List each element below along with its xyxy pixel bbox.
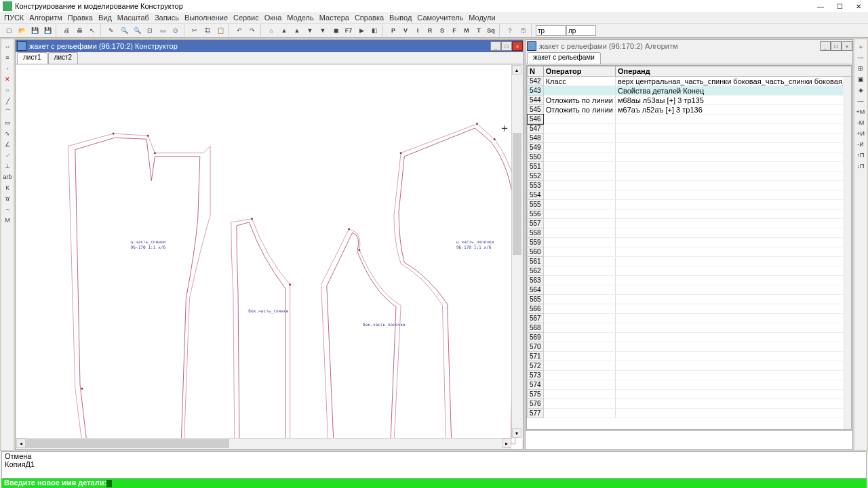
cursor-icon[interactable]: ↖ [86, 24, 98, 37]
context-help-icon[interactable]: ⍰ [517, 24, 529, 37]
algorithm-table[interactable]: N Оператор Операнд 542Классверх централь… [527, 66, 852, 418]
toolbar-letter-button[interactable]: S [436, 24, 448, 37]
node-icon[interactable]: ◈ [856, 85, 865, 95]
save-alt-icon[interactable]: 💾 [41, 24, 54, 37]
table-row[interactable]: 567 [528, 314, 852, 323]
table-row[interactable]: 568 [528, 323, 852, 333]
command-prompt[interactable]: Введите новое имя детали: [1, 479, 867, 488]
print-icon[interactable]: 🖨 [60, 24, 73, 37]
scroll-left-icon[interactable]: ◂ [16, 439, 26, 448]
save-icon[interactable]: 💾 [28, 24, 41, 37]
toolbar-letter-button[interactable]: Sq [485, 24, 497, 37]
sheet-tab-2[interactable]: лист2 [48, 52, 79, 64]
menu-item[interactable]: Самоучитель [417, 14, 463, 22]
a-tool[interactable]: 'а' [3, 194, 12, 203]
menu-item[interactable]: Окна [264, 14, 282, 22]
nav-end-icon[interactable]: ◼ [330, 24, 342, 37]
nav-up-icon[interactable]: ⌂ [265, 24, 277, 37]
cut-icon[interactable]: ✂ [189, 24, 201, 37]
col-header-operand[interactable]: Операнд [615, 66, 852, 77]
menu-item[interactable]: Модули [469, 14, 495, 22]
toolbar-letter-button[interactable]: F [448, 24, 460, 37]
table-row[interactable]: 566 [528, 304, 852, 314]
pin-icon[interactable]: ◦ [3, 64, 12, 73]
table-row[interactable]: 559 [528, 238, 852, 247]
nav-first-icon[interactable]: ▲ [278, 24, 290, 37]
drawing-canvas[interactable]: ＋ ц.часть_спинки 96-170 1:1 х/б бок.част… [16, 65, 522, 449]
table-row[interactable]: 565 [528, 295, 852, 304]
pane-min-icon[interactable]: _ [490, 41, 501, 51]
table-scrollbar[interactable] [843, 77, 851, 429]
col-header-operator[interactable]: Оператор [543, 66, 615, 77]
table-row[interactable]: 551 [528, 162, 852, 171]
col-header-n[interactable]: N [528, 66, 544, 77]
redo-icon[interactable]: ↷ [246, 24, 258, 37]
toolbar-letter-button[interactable]: P [387, 24, 399, 37]
zoom-out-icon[interactable]: 🔍 [118, 24, 130, 37]
n-minus-icon[interactable]: -И [856, 140, 865, 149]
angle-icon[interactable]: ∠ [3, 140, 12, 149]
table-row[interactable]: $ 543Свойства деталей Конец [528, 86, 852, 96]
nav-next-icon[interactable]: ▼ [304, 24, 316, 37]
menu-item[interactable]: Правка [68, 14, 93, 22]
copy-icon[interactable]: ⿻ [201, 24, 214, 37]
table-row[interactable]: 544Отложить по линиим68аы л53аы [+] 3 тр… [528, 96, 852, 105]
table-row[interactable]: 574 [528, 380, 852, 390]
nav-prev-icon[interactable]: ▲ [291, 24, 303, 37]
paste-icon[interactable]: 📋 [214, 24, 226, 37]
table-row[interactable]: 545Отложить по линиим67аъ л52аъ [+] 3 тр… [528, 105, 852, 115]
pi-down-icon[interactable]: ↓П [856, 161, 865, 171]
menu-item[interactable]: Справка [355, 14, 384, 22]
zoom-tool-icon[interactable]: ✎ [105, 24, 117, 37]
table-row[interactable]: 563 [528, 276, 852, 285]
toolbar-letter-button[interactable]: T [473, 24, 485, 37]
menu-item[interactable]: Алгоритм [29, 14, 62, 22]
m-minus-icon[interactable]: -М [856, 118, 865, 127]
list-icon[interactable]: ≡ [3, 53, 12, 62]
scroll-down-icon[interactable]: ▾ [512, 428, 521, 438]
add-icon[interactable]: ＋ [856, 42, 865, 52]
table-row[interactable]: 546 [528, 115, 852, 124]
table-row[interactable]: 548 [528, 134, 852, 143]
toolbar-letter-button[interactable]: I [412, 24, 424, 37]
menu-item[interactable]: Вид [98, 14, 112, 22]
table-row[interactable]: 558 [528, 228, 852, 238]
minimize-button[interactable]: — [811, 0, 830, 12]
print-preview-icon[interactable]: 🖶 [73, 24, 85, 37]
table-row[interactable]: 572 [528, 361, 852, 371]
rect-icon[interactable]: ▭ [3, 118, 12, 127]
k-tool[interactable]: К [3, 183, 12, 192]
undo-icon[interactable]: ↶ [233, 24, 245, 37]
table-row[interactable]: 560 [528, 247, 852, 257]
sheet-tab-1[interactable]: лист1 [17, 52, 47, 64]
menu-item[interactable]: Сервис [233, 14, 259, 22]
table-row[interactable]: 555 [528, 200, 852, 209]
measure-icon[interactable]: М [3, 216, 12, 225]
pane-max-icon[interactable]: □ [831, 41, 842, 51]
menu-item[interactable]: Масштаб [117, 14, 149, 22]
toolbar-input-b[interactable] [566, 25, 596, 36]
table-row[interactable]: 550 [528, 152, 852, 162]
arc-icon[interactable]: ⌒ [3, 107, 12, 117]
zoom-fit-icon[interactable]: ⊡ [144, 24, 156, 37]
toolbar-letter-button[interactable]: M [460, 24, 473, 37]
zoom-in-icon[interactable]: 🔍 [131, 24, 143, 37]
table-row[interactable]: 576 [528, 399, 852, 409]
table-row[interactable]: 547 [528, 124, 852, 134]
delete-icon[interactable]: ✕ [3, 75, 12, 84]
maximize-button[interactable]: ☐ [830, 0, 849, 12]
menu-item[interactable]: Вывод [389, 14, 412, 22]
open-icon[interactable]: 📂 [16, 24, 28, 37]
table-row[interactable]: 573 [528, 371, 852, 380]
scroll-thumb-v[interactable] [513, 133, 521, 255]
perp-icon[interactable]: ⊥ [3, 161, 12, 171]
table-row[interactable]: 562 [528, 266, 852, 276]
table-row[interactable]: 577 [528, 409, 852, 418]
menu-item[interactable]: Выполнение [184, 14, 228, 22]
zoom-window-icon[interactable]: ▭ [157, 24, 169, 37]
algorithm-titlebar[interactable]: жакет с рельефами (96:170:2) Алгоритм _ … [526, 40, 852, 52]
table-row[interactable]: 570 [528, 342, 852, 352]
menu-item[interactable]: Мастера [319, 14, 349, 22]
module-icon[interactable]: ◧ [368, 24, 380, 37]
toolbar-letter-button[interactable]: R [424, 24, 436, 37]
